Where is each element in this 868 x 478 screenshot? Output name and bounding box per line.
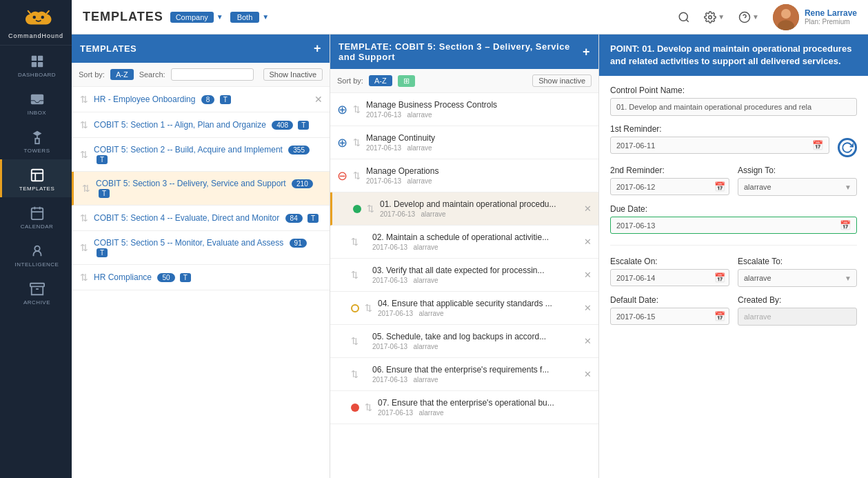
escalate-to-select[interactable]: alarrave xyxy=(738,269,857,287)
detail-sub-item[interactable]: ⇅ 03. Verify that all date expected for … xyxy=(330,259,598,292)
sub-item-close-button[interactable]: ✕ xyxy=(584,270,592,280)
sidebar-item-templates[interactable]: TEMPLATES xyxy=(0,159,72,197)
control-point-name-field: Control Point Name: xyxy=(610,86,857,116)
sidebar-item-intelligence[interactable]: INTELLIGENCE xyxy=(0,235,72,273)
drag-handle[interactable]: ⇅ xyxy=(353,104,361,114)
detail-item-meta: 2017-06-13 alarrave xyxy=(366,177,592,185)
expand-button[interactable]: ⊕ xyxy=(337,102,347,117)
escalate-on-date-input[interactable] xyxy=(616,274,711,282)
drag-handle[interactable]: ⇅ xyxy=(351,237,359,247)
expand-button[interactable]: ⊕ xyxy=(337,135,347,150)
detail-sub-item[interactable]: ⇅ 06. Ensure that the enterprise's requi… xyxy=(330,358,598,391)
collapse-button[interactable]: ⊖ xyxy=(337,168,347,183)
detail-item[interactable]: ⊕ ⇅ Manage Continuity 2017-06-13 alarrav… xyxy=(330,126,598,159)
reminder1-date-input[interactable] xyxy=(616,141,809,150)
sidebar-item-inbox[interactable]: INBOX xyxy=(0,83,72,121)
template-item[interactable]: ⇅ HR Compliance 50 T xyxy=(72,265,330,290)
show-inactive-button[interactable]: Show Inactive xyxy=(263,68,323,81)
status-dot-red xyxy=(351,404,359,412)
drag-handle[interactable]: ⇅ xyxy=(351,369,359,379)
detail-sub-item[interactable]: ⇅ 05. Schedule, take and log backups in … xyxy=(330,325,598,358)
detail-item-content: 02. Maintain a schedule of operational a… xyxy=(372,232,584,251)
reminder-refresh-icon[interactable] xyxy=(838,138,857,157)
default-date-created-row: Default Date: 📅 Created By: xyxy=(610,295,857,326)
drag-handle[interactable]: ⇅ xyxy=(353,137,361,148)
sidebar-item-calendar[interactable]: CALENDAR xyxy=(0,197,72,235)
reminder1-calendar-icon[interactable]: 📅 xyxy=(812,140,823,150)
sort-az-button[interactable]: A-Z xyxy=(110,69,134,80)
add-control-point-button[interactable]: + xyxy=(583,45,590,59)
drag-handle[interactable]: ⇅ xyxy=(80,149,88,160)
due-date-calendar-icon[interactable]: 📅 xyxy=(840,220,851,230)
both-dropdown-arrow[interactable]: ▼ xyxy=(262,13,269,21)
template-link[interactable]: COBIT 5: Section 5 -- Monitor, Evaluate … xyxy=(94,238,283,248)
sidebar-item-towers[interactable]: TOWERS xyxy=(0,121,72,159)
template-item[interactable]: ⇅ COBIT 5: Section 1 -- Align, Plan and … xyxy=(72,112,330,138)
search-input[interactable] xyxy=(171,68,254,81)
template-link[interactable]: COBIT 5: Section 1 -- Align, Plan and Or… xyxy=(94,120,266,130)
template-detail-panel: TEMPLATE: COBIT 5: Section 3 – Delivery,… xyxy=(330,34,599,478)
sidebar-item-archive[interactable]: ARCHIVE xyxy=(0,273,72,311)
templates-list: ⇅ HR - Employee Onboarding 8 T ✕ ⇅ COBIT… xyxy=(72,87,330,478)
template-link[interactable]: COBIT 5: Section 2 -- Build, Acquire and… xyxy=(94,145,283,155)
detail-sub-item[interactable]: ⇅ 07. Ensure that the enterprise's opera… xyxy=(330,391,598,424)
detail-sub-item[interactable]: ⇅ 04. Ensure that applicable security st… xyxy=(330,292,598,325)
due-date-input[interactable] xyxy=(616,221,837,230)
default-date-calendar-icon[interactable]: 📅 xyxy=(714,311,725,321)
svg-rect-5 xyxy=(31,62,36,67)
escalate-to-label: Escalate To: xyxy=(738,257,857,266)
search-button[interactable] xyxy=(675,8,693,26)
drag-handle[interactable]: ⇅ xyxy=(351,270,359,280)
drag-handle[interactable]: ⇅ xyxy=(80,272,88,283)
sub-item-close-button[interactable]: ✕ xyxy=(584,203,592,214)
template-item[interactable]: ⇅ COBIT 5: Section 5 -- Monitor, Evaluat… xyxy=(72,231,330,265)
reminder2-col: 2nd Reminder: 📅 xyxy=(610,166,729,196)
company-badge[interactable]: Company xyxy=(170,12,214,23)
svg-point-25 xyxy=(781,9,791,19)
detail-sort-grid-button[interactable]: ⊞ xyxy=(398,75,415,87)
reminder2-date-input[interactable] xyxy=(616,183,711,191)
sub-item-close-button[interactable]: ✕ xyxy=(584,237,592,247)
template-close-button[interactable]: ✕ xyxy=(314,94,323,105)
template-item[interactable]: ⇅ COBIT 5: Section 2 -- Build, Acquire a… xyxy=(72,138,330,172)
detail-sub-item[interactable]: ⇅ 02. Maintain a schedule of operational… xyxy=(330,226,598,259)
assign-to-select[interactable]: alarrave xyxy=(738,178,857,196)
company-dropdown-arrow[interactable]: ▼ xyxy=(216,13,223,21)
svg-rect-17 xyxy=(30,283,43,287)
detail-sub-item-active[interactable]: ⇅ 01. Develop and maintain operational p… xyxy=(330,192,598,226)
detail-item[interactable]: ⊕ ⇅ Manage Business Process Controls 201… xyxy=(330,93,598,126)
drag-handle[interactable]: ⇅ xyxy=(80,212,88,223)
sidebar-item-dashboard[interactable]: DASHBOARD xyxy=(0,46,72,83)
both-badge[interactable]: Both xyxy=(230,12,260,23)
drag-handle[interactable]: ⇅ xyxy=(80,119,88,130)
template-item[interactable]: ⇅ COBIT 5: Section 4 -- Evaluate, Direct… xyxy=(72,206,330,231)
drag-handle[interactable]: ⇅ xyxy=(365,402,372,412)
sub-item-close-button[interactable]: ✕ xyxy=(584,303,592,313)
detail-show-inactive-button[interactable]: Show inactive xyxy=(532,74,592,87)
template-item-active[interactable]: ⇅ COBIT 5: Section 3 -- Delivery, Servic… xyxy=(72,172,330,206)
detail-sort-az-button[interactable]: A-Z xyxy=(369,75,392,86)
drag-handle[interactable]: ⇅ xyxy=(80,94,88,105)
settings-button[interactable]: ▼ xyxy=(701,8,727,26)
drag-handle[interactable]: ⇅ xyxy=(353,170,361,181)
sub-item-close-button[interactable]: ✕ xyxy=(584,336,592,346)
drag-handle[interactable]: ⇅ xyxy=(80,242,88,253)
template-link[interactable]: HR - Employee Onboarding xyxy=(94,94,195,104)
drag-handle[interactable]: ⇅ xyxy=(82,183,90,194)
add-template-button[interactable]: + xyxy=(314,41,321,56)
drag-handle[interactable]: ⇅ xyxy=(351,336,359,346)
template-item[interactable]: ⇅ HR - Employee Onboarding 8 T ✕ xyxy=(72,87,330,112)
drag-handle[interactable]: ⇅ xyxy=(365,303,372,313)
default-date-input[interactable] xyxy=(616,312,711,321)
template-link[interactable]: COBIT 5: Section 3 -- Delivery, Service … xyxy=(96,179,286,188)
drag-handle[interactable]: ⇅ xyxy=(367,203,374,214)
help-button[interactable]: ▼ xyxy=(736,8,762,26)
template-link[interactable]: HR Compliance xyxy=(94,272,152,282)
control-point-name-input[interactable] xyxy=(610,98,857,116)
reminder2-calendar-icon[interactable]: 📅 xyxy=(714,181,725,192)
detail-item[interactable]: ⊖ ⇅ Manage Operations 2017-06-13 alarrav… xyxy=(330,159,598,192)
template-link[interactable]: COBIT 5: Section 4 -- Evaluate, Direct a… xyxy=(94,213,279,223)
template-name: COBIT 5: Section 5 -- Monitor, Evaluate … xyxy=(94,238,323,257)
sub-item-close-button[interactable]: ✕ xyxy=(584,369,592,379)
escalate-on-calendar-icon[interactable]: 📅 xyxy=(714,272,725,283)
